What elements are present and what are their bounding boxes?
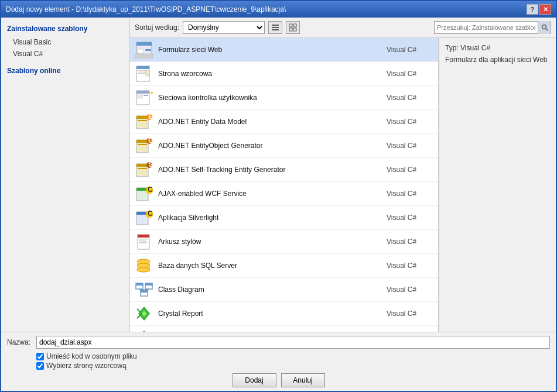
template-name-7: Aplikacja Silverlight xyxy=(158,214,387,222)
sidebar: Zainstalowane szablony Visual Basic Visu… xyxy=(1,18,130,332)
table-row[interactable]: C# Aplikacja Silverlight Visual C# xyxy=(130,206,438,230)
name-row: Nazwa: xyxy=(7,336,550,349)
sort-select[interactable]: Domyślny xyxy=(183,21,265,34)
svg-rect-49 xyxy=(139,239,148,240)
template-icon-ado-self-track: S xyxy=(135,160,153,179)
template-name-8: Arkusz stylów xyxy=(158,238,387,246)
template-name-11: Crystal Report xyxy=(158,310,387,318)
name-label: Nazwa: xyxy=(7,338,36,346)
cancel-button[interactable]: Anuluj xyxy=(281,373,325,387)
grid-view-icon xyxy=(289,23,297,32)
table-row[interactable]: Baza danych SQL Server Visual C# xyxy=(130,254,438,278)
search-box xyxy=(434,21,551,34)
table-row[interactable]: Crystal Report Visual C# xyxy=(130,302,438,326)
table-row[interactable]: G ADO.NET EntityObject Generator Visual … xyxy=(130,134,438,158)
right-panel: Sortuj według: Domyślny xyxy=(130,18,556,332)
filename-input[interactable] xyxy=(36,336,550,349)
sidebar-online-header[interactable]: Szablony online xyxy=(1,64,129,78)
sidebar-item-vc[interactable]: Visual C# xyxy=(1,48,129,60)
checkbox-separate-code-label: Umieść kod w osobnym pliku xyxy=(46,352,137,360)
svg-text:C#: C# xyxy=(148,209,153,218)
svg-rect-17 xyxy=(138,73,146,74)
template-name-4: ADO.NET EntityObject Generator xyxy=(158,142,387,150)
dialog: Dodaj nowy element - D:\dydaktyka_up_201… xyxy=(0,0,557,392)
silverlight-icon: C# xyxy=(135,209,153,226)
table-row[interactable]: Formularz sieci Web Visual C# xyxy=(130,38,438,62)
template-icon-master-page xyxy=(135,64,153,83)
svg-text:E: E xyxy=(148,114,153,121)
svg-rect-26 xyxy=(138,120,147,121)
ado-entity-icon: E xyxy=(135,114,153,130)
template-icon-stylesheet xyxy=(135,232,153,251)
title-bar-buttons: ? ✕ xyxy=(527,4,551,15)
table-row[interactable]: C# AJAX-enabled WCF Service Visual C# xyxy=(130,182,438,206)
sidebar-item-vb[interactable]: Visual Basic xyxy=(1,36,129,48)
template-name-5: ADO.NET Self-Tracking Entity Generator xyxy=(158,166,387,174)
template-list: Formularz sieci Web Visual C# xyxy=(130,38,439,332)
close-button[interactable]: ✕ xyxy=(539,4,551,15)
help-button[interactable]: ? xyxy=(527,4,538,15)
template-icon-sql-server xyxy=(135,256,153,275)
svg-rect-31 xyxy=(138,144,147,145)
template-type-8: Visual C# xyxy=(387,238,433,246)
svg-rect-62 xyxy=(141,290,148,293)
template-icon-silverlight: C# xyxy=(135,208,153,227)
template-name-10: Class Diagram xyxy=(158,286,387,294)
template-type-2: Visual C# xyxy=(387,94,433,102)
bottom-bar: Nazwa: Umieść kod w osobnym pliku Wybier… xyxy=(1,332,556,391)
template-icon-ado-entity: E xyxy=(135,112,153,131)
sort-label: Sortuj według: xyxy=(135,23,179,32)
svg-rect-15 xyxy=(136,66,149,69)
table-row[interactable]: Crystal Report Visual C# xyxy=(130,326,438,332)
svg-rect-2 xyxy=(272,29,279,30)
view-list-button[interactable] xyxy=(268,21,282,34)
info-description: Formularz dla aplikacji sieci Web xyxy=(445,56,550,64)
svg-rect-0 xyxy=(272,25,279,26)
svg-text:S: S xyxy=(148,161,153,169)
view-grid-button[interactable] xyxy=(286,21,300,34)
buttons-row: Dodaj Anuluj xyxy=(7,373,550,387)
checkbox-separate-code[interactable]: Umieść kod w osobnym pliku xyxy=(36,352,550,360)
title-bar: Dodaj nowy element - D:\dydaktyka_up_201… xyxy=(1,1,556,18)
checkbox-master-page[interactable]: Wybierz stronę wzorcową xyxy=(36,362,550,370)
svg-rect-21 xyxy=(138,95,142,98)
main-content: Zainstalowane szablony Visual Basic Visu… xyxy=(1,18,556,332)
info-type-value: Visual C# xyxy=(460,44,490,52)
svg-rect-36 xyxy=(138,168,147,169)
search-button[interactable] xyxy=(538,21,551,34)
template-type-9: Visual C# xyxy=(387,262,433,270)
svg-text:G: G xyxy=(148,137,153,145)
svg-rect-5 xyxy=(289,28,292,31)
table-row[interactable]: Class Diagram Visual C# xyxy=(130,278,438,302)
template-name-2: Sieciowa kontrolka użytkownika xyxy=(158,94,387,102)
svg-line-8 xyxy=(546,29,548,30)
stylesheet-icon xyxy=(135,233,153,250)
template-name-1: Strona wzorcowa xyxy=(158,70,387,78)
search-icon xyxy=(541,24,548,31)
add-button[interactable]: Dodaj xyxy=(233,373,276,387)
sidebar-installed-header: Zainstalowane szablony xyxy=(1,22,129,36)
svg-rect-48 xyxy=(138,235,149,238)
template-type-5: Visual C# xyxy=(387,166,433,174)
template-icon-web-form xyxy=(135,40,153,59)
table-row[interactable]: Sieciowa kontrolka użytkownika Visual C# xyxy=(130,86,438,110)
svg-rect-20 xyxy=(136,91,149,94)
svg-rect-6 xyxy=(293,28,296,31)
table-row[interactable]: S ADO.NET Self-Tracking Entity Generator… xyxy=(130,158,438,182)
svg-rect-11 xyxy=(138,49,143,53)
checkbox-master-page-label: Wybierz stronę wzorcową xyxy=(46,362,127,370)
template-type-7: Visual C# xyxy=(387,214,433,222)
checkbox-master-page-input[interactable] xyxy=(36,362,44,370)
table-row[interactable]: E ADO.NET Entity Data Model Visual C# xyxy=(130,110,438,134)
table-row[interactable]: Arkusz stylów Visual C# xyxy=(130,230,438,254)
svg-rect-3 xyxy=(289,24,292,27)
svg-rect-23 xyxy=(151,92,153,94)
svg-rect-18 xyxy=(146,70,149,76)
user-control-icon xyxy=(135,90,153,106)
ajax-wcf-icon: C# xyxy=(135,185,153,202)
checkbox-separate-code-input[interactable] xyxy=(36,353,44,360)
table-row[interactable]: Strona wzorcowa Visual C# xyxy=(130,62,438,86)
template-icon-ado-entity-gen: G xyxy=(135,136,153,155)
search-input[interactable] xyxy=(435,23,538,32)
master-page-icon xyxy=(135,66,153,82)
